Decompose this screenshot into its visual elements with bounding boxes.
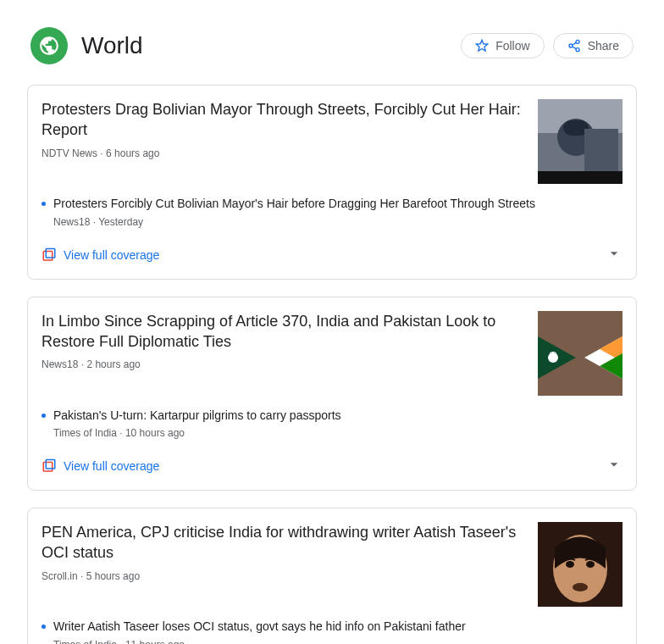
story-meta: News18 · 2 hours ago [42, 358, 524, 370]
story-meta: Scroll.in · 5 hours ago [42, 570, 524, 582]
story-headline[interactable]: PEN America, CPJ criticise India for wit… [42, 522, 524, 564]
related-meta: News18 · Yesterday [53, 216, 622, 228]
chevron-down-icon [606, 245, 622, 262]
follow-button[interactable]: Follow [461, 33, 544, 58]
svg-line-4 [572, 42, 576, 45]
coverage-icon [42, 458, 57, 474]
page-title: World [81, 32, 143, 59]
topic-header: World Follow Share [27, 27, 637, 64]
svg-rect-10 [538, 171, 622, 184]
related-headline[interactable]: Pakistan's U-turn: Kartarpur pilgrims to… [53, 408, 622, 425]
svg-rect-9 [584, 129, 618, 171]
svg-point-24 [586, 561, 595, 568]
related-meta: Times of India · 10 hours ago [53, 427, 622, 439]
related-story: Writer Aatish Taseer loses OCI status, g… [42, 619, 622, 644]
svg-point-25 [573, 583, 588, 591]
svg-point-23 [566, 561, 574, 568]
svg-rect-12 [46, 248, 55, 258]
svg-line-3 [572, 47, 576, 49]
story-card: Protesters Drag Bolivian Mayor Through S… [27, 85, 637, 280]
svg-rect-19 [43, 463, 53, 472]
full-coverage-link[interactable]: View full coverage [42, 247, 159, 263]
share-label: Share [588, 39, 619, 53]
story-card: PEN America, CPJ criticise India for wit… [27, 508, 637, 644]
svg-point-15 [548, 353, 558, 363]
svg-point-1 [569, 44, 573, 47]
related-story: Protesters Forcibly Cut Bolivian Mayor's… [42, 196, 622, 228]
world-topic-icon [30, 27, 68, 64]
story-thumbnail[interactable] [538, 99, 622, 184]
share-icon [567, 39, 581, 53]
story-card: In Limbo Since Scrapping of Article 370,… [27, 297, 637, 491]
expand-button[interactable] [606, 245, 622, 265]
svg-point-0 [576, 40, 579, 43]
story-headline[interactable]: In Limbo Since Scrapping of Article 370,… [42, 311, 524, 353]
related-headline[interactable]: Protesters Forcibly Cut Bolivian Mayor's… [53, 196, 622, 213]
svg-rect-11 [43, 251, 53, 260]
coverage-icon [42, 247, 57, 263]
story-thumbnail[interactable] [538, 522, 622, 607]
full-coverage-link[interactable]: View full coverage [42, 458, 159, 474]
related-headline[interactable]: Writer Aatish Taseer loses OCI status, g… [53, 619, 622, 636]
svg-point-2 [576, 48, 579, 52]
share-button[interactable]: Share [553, 33, 634, 58]
chevron-down-icon [606, 456, 622, 473]
story-meta: NDTV News · 6 hours ago [42, 147, 524, 159]
expand-button[interactable] [606, 456, 622, 476]
related-story: Pakistan's U-turn: Kartarpur pilgrims to… [42, 408, 622, 440]
svg-rect-20 [46, 460, 55, 469]
related-meta: Times of India · 11 hours ago [53, 639, 622, 644]
story-thumbnail[interactable] [538, 311, 622, 396]
story-headline[interactable]: Protesters Drag Bolivian Mayor Through S… [42, 99, 524, 141]
star-icon [475, 39, 489, 53]
follow-label: Follow [495, 39, 529, 53]
